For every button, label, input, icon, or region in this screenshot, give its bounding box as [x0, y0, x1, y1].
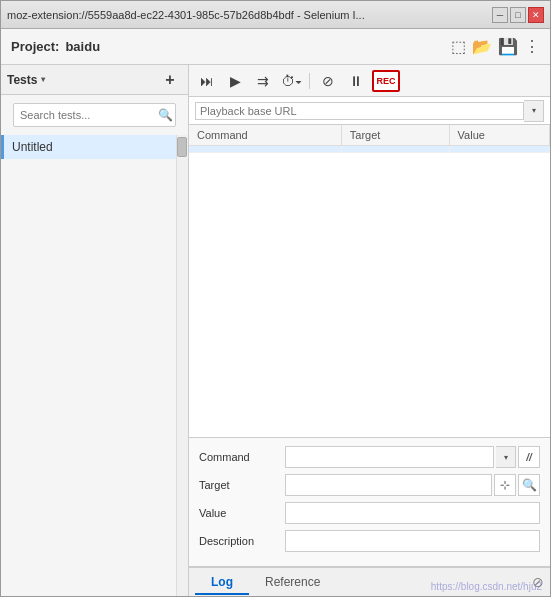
- search-icon: 🔍: [158, 108, 173, 122]
- tests-dropdown-icon[interactable]: ▾: [41, 75, 45, 84]
- command-input[interactable]: [285, 446, 494, 468]
- more-options-icon[interactable]: ⋮: [524, 37, 540, 56]
- new-suite-icon[interactable]: ⬚: [451, 37, 466, 56]
- test-list-content: Untitled: [1, 135, 176, 596]
- toolbar-separator: [309, 73, 310, 89]
- pause-button[interactable]: ⏸: [344, 70, 368, 92]
- reference-tab[interactable]: Reference: [249, 571, 336, 595]
- command-row: Command ▾ //: [199, 446, 540, 468]
- value-label: Value: [199, 507, 279, 519]
- disable-button[interactable]: ⊘: [316, 70, 340, 92]
- main-content: Tests ▾ + 🔍 Untitled: [1, 65, 550, 596]
- project-actions: ⬚ 📂 💾 ⋮: [451, 37, 540, 56]
- value-input[interactable]: [285, 502, 540, 524]
- value-header: Value: [449, 125, 549, 146]
- tests-label-group: Tests ▾: [7, 73, 45, 87]
- value-input-container: [285, 502, 540, 524]
- target-input[interactable]: [285, 474, 492, 496]
- value-cell: [449, 146, 549, 153]
- comment-button[interactable]: //: [518, 446, 540, 468]
- playback-url-input[interactable]: [195, 102, 524, 120]
- save-project-icon[interactable]: 💾: [498, 37, 518, 56]
- log-tab[interactable]: Log: [195, 571, 249, 595]
- target-header: Target: [341, 125, 449, 146]
- target-label: Target: [199, 479, 279, 491]
- description-input[interactable]: [285, 530, 540, 552]
- tests-toolbar: Tests ▾ +: [1, 65, 188, 95]
- watermark: https://blog.csdn.net/hju2: [431, 581, 542, 592]
- step-over-button[interactable]: ⏭: [195, 70, 219, 92]
- right-panel: ⏭ ▶ ⇉ ⏱▾ ⊘ ⏸ REC ▾ Command: [189, 65, 550, 596]
- search-box: 🔍: [13, 103, 176, 127]
- url-dropdown-button[interactable]: ▾: [524, 100, 544, 122]
- target-input-container: ⊹ 🔍: [285, 474, 540, 496]
- project-label: Project:: [11, 39, 59, 54]
- search-area: 🔍: [1, 95, 188, 135]
- target-cell: [341, 146, 449, 153]
- description-input-container: [285, 530, 540, 552]
- scrollbar-track[interactable]: [176, 135, 188, 596]
- search-input[interactable]: [20, 109, 158, 121]
- window-controls: ─ □ ✕: [492, 7, 544, 23]
- left-panel: Tests ▾ + 🔍 Untitled: [1, 65, 189, 596]
- scrollbar-thumb[interactable]: [177, 137, 187, 157]
- value-row: Value: [199, 502, 540, 524]
- target-find-button[interactable]: 🔍: [518, 474, 540, 496]
- add-test-button[interactable]: +: [158, 69, 182, 91]
- properties-panel: Command ▾ // Target ⊹ 🔍: [189, 437, 550, 566]
- test-list-area: Untitled: [1, 135, 188, 596]
- window-title: moz-extension://5559aa8d-ec22-4301-985c-…: [7, 9, 492, 21]
- title-bar: moz-extension://5559aa8d-ec22-4301-985c-…: [1, 1, 550, 29]
- tests-label: Tests: [7, 73, 37, 87]
- timer-button[interactable]: ⏱▾: [279, 70, 303, 92]
- table-row[interactable]: [189, 146, 550, 153]
- command-input-container: ▾ //: [285, 446, 540, 468]
- record-button[interactable]: REC: [372, 70, 400, 92]
- debug-button[interactable]: ⇉: [251, 70, 275, 92]
- test-list: Untitled: [1, 135, 176, 596]
- play-button[interactable]: ▶: [223, 70, 247, 92]
- test-item[interactable]: Untitled: [1, 135, 176, 159]
- command-table: Command Target Value: [189, 125, 550, 153]
- minimize-button[interactable]: ─: [492, 7, 508, 23]
- command-label: Command: [199, 451, 279, 463]
- description-row: Description: [199, 530, 540, 552]
- target-select-button[interactable]: ⊹: [494, 474, 516, 496]
- project-name: baidu: [65, 39, 100, 54]
- command-table-container: Command Target Value: [189, 125, 550, 437]
- table-header-row: Command Target Value: [189, 125, 550, 146]
- url-bar: ▾: [189, 97, 550, 125]
- description-label: Description: [199, 535, 279, 547]
- open-project-icon[interactable]: 📂: [472, 37, 492, 56]
- maximize-button[interactable]: □: [510, 7, 526, 23]
- project-bar: Project: baidu ⬚ 📂 💾 ⋮: [1, 29, 550, 65]
- command-dropdown-button[interactable]: ▾: [496, 446, 516, 468]
- target-row: Target ⊹ 🔍: [199, 474, 540, 496]
- command-cell: [189, 146, 341, 153]
- toolbar-row: ⏭ ▶ ⇉ ⏱▾ ⊘ ⏸ REC: [189, 65, 550, 97]
- close-button[interactable]: ✕: [528, 7, 544, 23]
- command-header: Command: [189, 125, 341, 146]
